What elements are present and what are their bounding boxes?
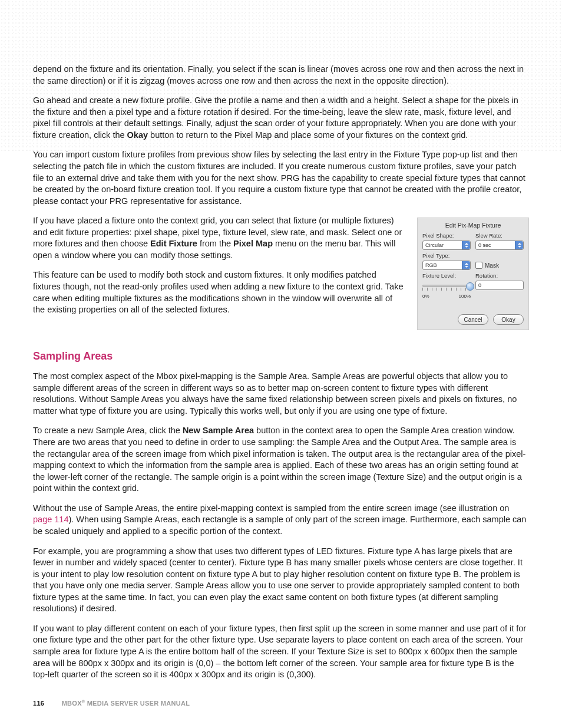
sampling-areas-heading: Sampling Areas bbox=[33, 350, 529, 363]
select-arrows-icon bbox=[515, 241, 523, 249]
text: To create a new Sample Area, click the bbox=[33, 426, 183, 435]
page-footer: 116 MBOX® MEDIA SERVER USER MANUAL bbox=[33, 700, 190, 707]
pixel-shape-value: Circular bbox=[425, 242, 444, 248]
new-sample-area-word: New Sample Area bbox=[183, 426, 254, 435]
slew-rate-select[interactable]: 0 sec bbox=[475, 241, 524, 250]
text: button to return to the Pixel Map and pl… bbox=[148, 130, 468, 140]
paragraph: Without the use of Sample Areas, the ent… bbox=[33, 503, 529, 538]
paragraph: The most complex aspect of the Mbox pixe… bbox=[33, 371, 529, 417]
text: from the bbox=[197, 239, 233, 248]
paragraph: For example, you are programming a show … bbox=[33, 546, 529, 615]
slider-thumb-icon[interactable] bbox=[466, 282, 474, 291]
paragraph: depend on the fixture and its orientatio… bbox=[33, 64, 529, 87]
okay-word: Okay bbox=[127, 130, 148, 140]
slider-max: 100% bbox=[459, 294, 471, 299]
text: button in the context area to open the S… bbox=[33, 426, 525, 493]
slider-ticks bbox=[422, 288, 471, 291]
paragraph: If you want to play different content on… bbox=[33, 623, 529, 681]
select-arrows-icon bbox=[462, 241, 470, 249]
page-number: 116 bbox=[33, 700, 44, 707]
slider-track bbox=[422, 285, 471, 287]
paragraph: You can import custom fixture profiles f… bbox=[33, 149, 529, 207]
mask-label: Mask bbox=[485, 262, 499, 269]
text: ). When using Sample Areas, each rectang… bbox=[33, 515, 526, 536]
slew-rate-label: Slew Rate: bbox=[475, 232, 524, 239]
fixture-level-slider[interactable] bbox=[422, 282, 471, 293]
footer-title-prefix: MBOX bbox=[62, 700, 82, 707]
slider-min: 0% bbox=[422, 294, 429, 299]
pixel-type-label: Pixel Type: bbox=[422, 252, 471, 259]
mask-checkbox[interactable] bbox=[475, 262, 482, 269]
pixel-shape-label: Pixel Shape: bbox=[422, 232, 471, 239]
okay-button[interactable]: Okay bbox=[493, 314, 524, 325]
page-link[interactable]: page 114 bbox=[33, 515, 68, 524]
cancel-button[interactable]: Cancel bbox=[458, 314, 488, 325]
rotation-label: Rotation: bbox=[475, 272, 524, 279]
page-content: depend on the fixture and its orientatio… bbox=[0, 0, 562, 713]
dialog-title: Edit Pix-Map Fixture bbox=[422, 222, 524, 229]
rotation-input[interactable]: 0 bbox=[475, 281, 524, 290]
pixel-map-word: Pixel Map bbox=[233, 239, 273, 248]
slew-rate-value: 0 sec bbox=[478, 242, 491, 248]
edit-pixmap-dialog: Edit Pix-Map Fixture Pixel Shape: Circul… bbox=[417, 218, 529, 330]
pixel-type-select[interactable]: RGB bbox=[422, 261, 471, 270]
footer-title-suffix: MEDIA SERVER USER MANUAL bbox=[85, 700, 190, 707]
select-arrows-icon bbox=[462, 261, 470, 269]
fixture-level-label: Fixture Level: bbox=[422, 272, 471, 279]
pixel-shape-select[interactable]: Circular bbox=[422, 241, 471, 250]
edit-fixture-word: Edit Fixture bbox=[150, 239, 197, 248]
pixel-type-value: RGB bbox=[425, 262, 437, 268]
text: Without the use of Sample Areas, the ent… bbox=[33, 503, 509, 513]
rotation-value: 0 bbox=[478, 282, 481, 288]
paragraph: To create a new Sample Area, click the N… bbox=[33, 425, 529, 494]
paragraph: Go ahead and create a new fixture profil… bbox=[33, 95, 529, 141]
